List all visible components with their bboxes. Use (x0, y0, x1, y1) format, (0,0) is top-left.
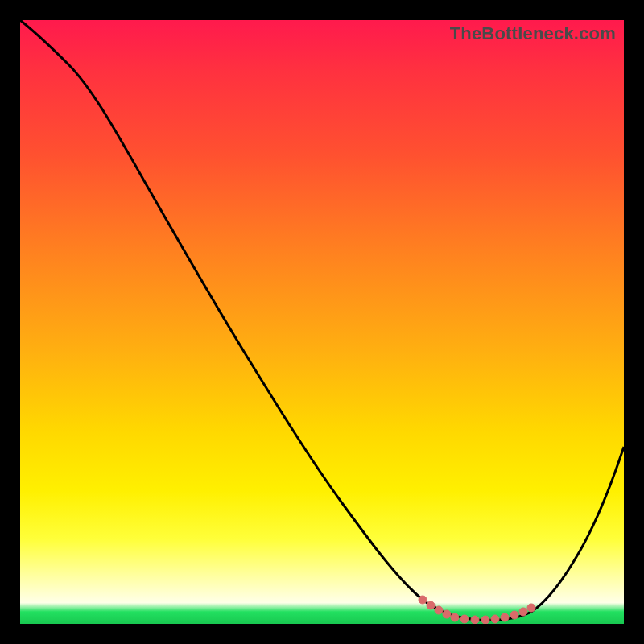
svg-point-12 (527, 604, 535, 612)
curve-layer (20, 20, 624, 624)
plot-area: TheBottleneck.com (20, 20, 624, 624)
svg-point-0 (419, 596, 427, 604)
svg-point-1 (427, 601, 435, 609)
bottleneck-curve-path (20, 20, 624, 620)
svg-point-5 (460, 615, 469, 623)
svg-point-10 (510, 611, 518, 619)
watermark-text: TheBottleneck.com (450, 23, 616, 44)
chart-frame: TheBottleneck.com (20, 20, 624, 624)
svg-point-9 (501, 613, 509, 621)
svg-point-6 (471, 616, 479, 624)
svg-point-3 (443, 610, 451, 618)
svg-point-7 (481, 616, 489, 624)
svg-point-2 (435, 606, 443, 614)
valley-marker-dots (419, 596, 535, 624)
svg-point-4 (451, 613, 459, 621)
svg-point-11 (519, 608, 527, 616)
svg-point-8 (491, 615, 499, 623)
